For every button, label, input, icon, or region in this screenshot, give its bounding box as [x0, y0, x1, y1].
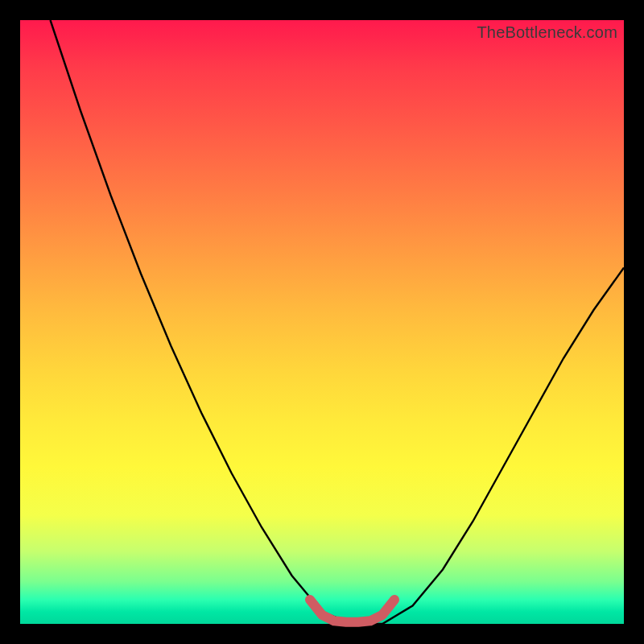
chart-plot-area: TheBottleneck.com [20, 20, 624, 624]
black-curve-path [51, 20, 625, 624]
pink-marker-path [310, 600, 394, 622]
chart-stage: TheBottleneck.com [0, 0, 644, 644]
chart-svg [20, 20, 624, 624]
